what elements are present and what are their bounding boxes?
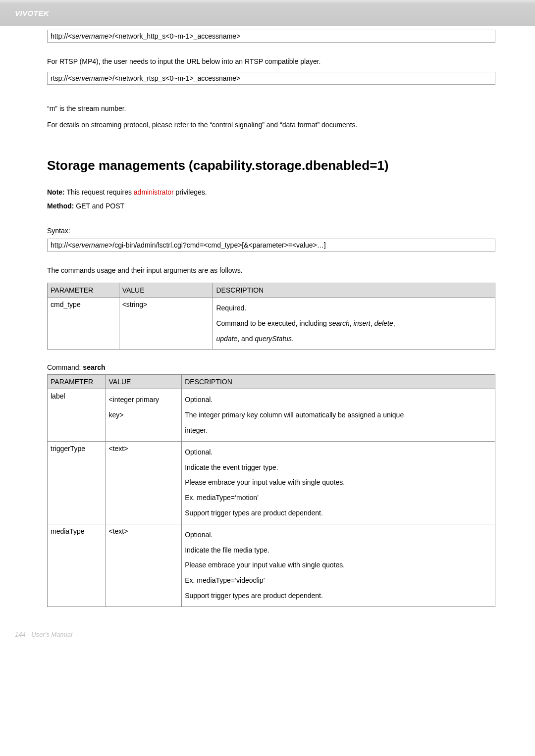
url-rest: /cgi-bin/admin/lsctrl.cgi?cmd=<cmd_type>… [112,241,325,249]
text: Command to be executed, including [216,319,328,327]
section-heading: Storage managements (capability.storage.… [47,158,495,173]
url-servername: <servername> [68,241,112,249]
command-prefix: Command: [47,363,83,371]
table-header-row: PARAMETER VALUE DESCRIPTION [48,375,495,389]
desc-line: Indicate the file media type. [185,543,492,558]
cmd-name: search [329,319,350,327]
table-header-row: PARAMETER VALUE DESCRIPTION [48,283,495,298]
lsctrl-syntax-box: http://<servername>/cgi-bin/admin/lsctrl… [47,239,495,252]
url-servername: <servername> [68,32,112,40]
desc-line: Support trigger types are product depend… [185,505,492,521]
table-row: label <integer primary key> Optional. Th… [48,389,495,441]
usage-para: The commands usage and their input argum… [47,265,495,276]
desc-line: Required. [216,301,492,316]
note-after: privileges. [174,188,207,196]
method-value: GET and POST [74,202,124,210]
brand-logo: VIVOTEK [15,9,49,17]
sep: . [292,335,294,343]
m-note: “m” is the stream number. [47,103,495,114]
sep: , [350,319,354,327]
url-prefix: http:// [51,32,68,40]
cell-value: <text> [106,524,182,606]
desc-line: Optional. [185,392,492,407]
cell-desc: Optional. Indicate the file media type. … [182,524,495,606]
note-priv: administrator [134,188,174,196]
http-accessname-box: http://<servername>/<network_http_s<0~m-… [47,30,495,43]
cell-desc: Optional. The integer primary key column… [182,389,495,441]
cell-param: mediaType [48,524,106,606]
cmd-name: insert [354,319,371,327]
cell-param: cmd_type [48,298,119,350]
desc-line: update, and queryStatus. [216,331,492,347]
rtsp-intro: For RTSP (MP4), the user needs to input … [47,56,495,67]
desc-line: integer. [185,423,492,438]
cell-value: <text> [106,441,182,524]
desc-line: Please embrace your input value with sin… [185,475,492,490]
cell-param: triggerType [48,441,106,524]
url-prefix: http:// [51,241,68,249]
details-note: For details on streaming protocol, pleas… [47,120,495,130]
table-row: cmd_type <string> Required. Command to b… [48,298,495,350]
desc-line: Command to be executed, including search… [216,316,492,331]
note-before: This request requires [65,188,134,196]
th-description: DESCRIPTION [182,375,495,389]
th-parameter: PARAMETER [48,283,119,298]
desc-line: Optional. [185,445,492,460]
desc-line: Support trigger types are product depend… [185,588,492,604]
desc-line: The integer primary key column will auto… [185,407,492,423]
desc-line: Please embrace your input value with sin… [185,557,492,573]
cmd-type-table: PARAMETER VALUE DESCRIPTION cmd_type <st… [47,283,495,350]
table-row: triggerType <text> Optional. Indicate th… [48,441,495,524]
rtsp-accessname-box: rtsp://<servername>/<network_rtsp_s<0~m-… [47,72,495,85]
command-label: Command: search [47,363,495,371]
header-bar: VIVOTEK [0,0,535,27]
page-content: http://<servername>/<network_http_s<0~m-… [0,30,535,607]
page-footer: 144 - User's Manual [0,631,535,652]
search-params-table: PARAMETER VALUE DESCRIPTION label <integ… [47,374,495,606]
cell-value: <string> [119,298,213,350]
desc-line: Indicate the event trigger type. [185,460,492,475]
sep: , [393,319,395,327]
note-label: Note: [47,188,65,196]
th-description: DESCRIPTION [213,283,495,298]
desc-line: Ex. mediaType=‘videoclip’ [185,573,492,588]
note-line: Note: This request requires administrato… [47,188,495,196]
method-label: Method: [47,202,74,210]
cmd-name: queryStatus [255,335,292,343]
value-line: <integer primary [109,392,179,407]
command-name: search [83,363,105,371]
desc-line: Optional. [185,527,492,543]
th-value: VALUE [106,375,182,389]
syntax-label: Syntax: [47,227,495,235]
method-line: Method: GET and POST [47,202,495,210]
cell-param: label [48,389,106,441]
url-rest: /<network_rtsp_s<0~m-1>_accessname> [112,74,240,82]
th-value: VALUE [119,283,213,298]
cell-value: <integer primary key> [106,389,182,441]
cell-desc: Optional. Indicate the event trigger typ… [182,441,495,524]
url-prefix: rtsp:// [51,74,68,82]
url-servername: <servername> [68,74,112,82]
table-row: mediaType <text> Optional. Indicate the … [48,524,495,606]
desc-line: Ex. mediaType=‘motion’ [185,490,492,505]
sep: , and [237,335,255,343]
value-line: key> [109,407,179,423]
cmd-name: update [216,335,237,343]
url-rest: /<network_http_s<0~m-1>_accessname> [112,32,240,40]
sep: , [371,319,374,327]
th-parameter: PARAMETER [48,375,106,389]
cell-desc: Required. Command to be executed, includ… [213,298,495,350]
cmd-name: delete [374,319,393,327]
